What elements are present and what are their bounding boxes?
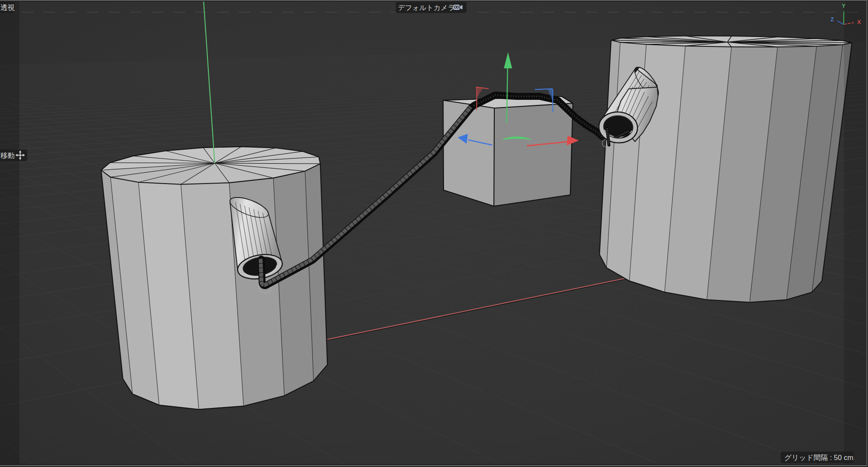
svg-text:移動: 移動 [0, 151, 15, 159]
svg-text:X: X [857, 19, 861, 25]
svg-text:Z: Z [831, 16, 834, 23]
svg-text:Y: Y [842, 3, 846, 9]
svg-text:透視: 透視 [0, 3, 15, 11]
svg-text:デフォルトカメラ: デフォルトカメラ [398, 4, 455, 11]
svg-text:グリッド間隔 : 50 cm: グリッド間隔 : 50 cm [784, 454, 853, 461]
